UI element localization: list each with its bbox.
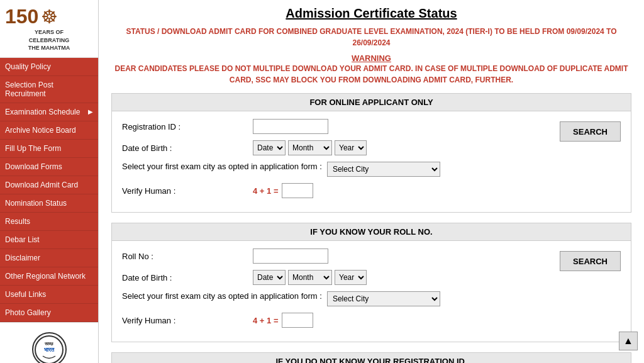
- dob-month-s2[interactable]: Month: [288, 270, 332, 285]
- sidebar-item-label: Examination Schedule: [5, 108, 80, 116]
- sidebar-item-9[interactable]: Debar List: [0, 231, 98, 249]
- warning-box: WARNING DEAR CANDIDATES PLEASE DO NOT MU…: [111, 53, 631, 86]
- section3-header: IF YOU DO NOT KNOW YOUR REGISTRATION ID.: [112, 353, 631, 363]
- sidebar-item-label: Quality Policy: [5, 62, 51, 71]
- section-roll-no: IF YOU KNOW YOUR ROLL NO. Roll No : Date…: [111, 223, 631, 342]
- sidebar-item-7[interactable]: Nomination Status: [0, 194, 98, 213]
- roll-no-input[interactable]: [253, 249, 328, 264]
- status-notice: STATUS / DOWNLOAD ADMIT CARD FOR COMBINE…: [111, 26, 631, 48]
- section-no-reg-id: IF YOU DO NOT KNOW YOUR REGISTRATION ID.…: [111, 352, 631, 363]
- registration-id-input[interactable]: [253, 119, 328, 134]
- dob-group-s2: Date Month Year: [253, 270, 367, 285]
- dob-label-s2: Date of Birth :: [122, 273, 248, 282]
- sidebar-item-label: Useful Links: [5, 290, 46, 299]
- captcha-group-s1: 4 + 1 =: [253, 183, 313, 198]
- scroll-top-button[interactable]: ▲: [619, 332, 638, 350]
- sidebar-item-label: Selection Post Recruitment: [5, 81, 93, 98]
- sidebar-item-label: Archive Notice Board: [5, 126, 76, 135]
- verify-label-s2: Verify Human :: [122, 316, 248, 325]
- dob-year-s1[interactable]: Year: [335, 140, 367, 155]
- warning-text: DEAR CANDIDATES PLEASE DO NOT MULTIPLE D…: [111, 63, 631, 86]
- city-label-s1: Select your first exam city as opted in …: [122, 162, 322, 171]
- sidebar-item-10[interactable]: Disclaimer: [0, 249, 98, 267]
- sidebar-item-label: Download Admit Card: [5, 181, 78, 189]
- logo-number: 150: [5, 5, 38, 28]
- svg-text:स्वच्छ: स्वच्छ: [44, 342, 53, 346]
- sidebar-footer: स्वच्छ भारत एक कदम स्वच्छता की ओर: [0, 322, 98, 363]
- dob-group-s1: Date Month Year: [253, 140, 367, 155]
- section-online-applicant: FOR ONLINE APPLICANT ONLY Registration I…: [111, 93, 631, 213]
- captcha-text-s2: 4 + 1 =: [253, 316, 278, 325]
- sidebar-logo: 150 ☸ YEARS OFCELEBRATINGTHE MAHATMA: [0, 0, 98, 58]
- sidebar-item-label: Results: [5, 217, 30, 226]
- swachh-logo: स्वच्छ भारत: [32, 332, 67, 363]
- sidebar-item-label: Fill Up The Form: [5, 144, 61, 153]
- section1-header: FOR ONLINE APPLICANT ONLY: [112, 94, 631, 111]
- dob-date-s2[interactable]: Date: [253, 270, 286, 285]
- sidebar-item-label: Debar List: [5, 235, 40, 244]
- roll-label: Roll No :: [122, 252, 248, 261]
- sidebar-item-2[interactable]: Examination Schedule▶: [0, 103, 98, 121]
- warning-title: WARNING: [111, 53, 631, 63]
- captcha-text-s1: 4 + 1 =: [253, 186, 278, 196]
- captcha-group-s2: 4 + 1 =: [253, 313, 313, 328]
- search-button-s2[interactable]: SEARCH: [560, 251, 621, 271]
- sidebar-item-6[interactable]: Download Admit Card: [0, 176, 98, 194]
- sidebar-item-8[interactable]: Results: [0, 213, 98, 231]
- sidebar-item-label: Nomination Status: [5, 199, 67, 208]
- page-title: Admission Certificate Status: [111, 6, 631, 21]
- sidebar-item-1[interactable]: Selection Post Recruitment: [0, 76, 98, 103]
- captcha-input-s2[interactable]: [282, 313, 313, 328]
- svg-text:भारत: भारत: [44, 347, 55, 353]
- verify-label-s1: Verify Human :: [122, 186, 248, 196]
- sidebar-arrow-icon: ▶: [88, 108, 93, 115]
- dob-label-s1: Date of Birth :: [122, 143, 248, 153]
- logo-tagline: YEARS OFCELEBRATINGTHE MAHATMA: [5, 28, 93, 52]
- sidebar-item-5[interactable]: Download Forms: [0, 158, 98, 176]
- dob-date-s1[interactable]: Date: [253, 140, 286, 155]
- sidebar: 150 ☸ YEARS OFCELEBRATINGTHE MAHATMA Qua…: [0, 0, 99, 363]
- sidebar-nav: Quality PolicySelection Post Recruitment…: [0, 58, 98, 322]
- sidebar-item-label: Disclaimer: [5, 254, 40, 262]
- dob-year-s2[interactable]: Year: [335, 270, 367, 285]
- sidebar-item-11[interactable]: Other Regional Network: [0, 267, 98, 286]
- sidebar-item-label: Other Regional Network: [5, 272, 86, 281]
- logo-wheel: ☸: [41, 6, 58, 28]
- sidebar-item-0[interactable]: Quality Policy: [0, 58, 98, 76]
- city-select-s1[interactable]: Select City: [327, 162, 440, 177]
- dob-month-s1[interactable]: Month: [288, 140, 332, 155]
- section2-header: IF YOU KNOW YOUR ROLL NO.: [112, 223, 631, 241]
- search-button-s1[interactable]: SEARCH: [560, 121, 621, 142]
- sidebar-item-12[interactable]: Useful Links: [0, 286, 98, 304]
- sidebar-item-label: Photo Gallery: [5, 308, 51, 317]
- city-select-s2[interactable]: Select City: [327, 291, 440, 306]
- sidebar-item-4[interactable]: Fill Up The Form: [0, 140, 98, 158]
- city-label-s2: Select your first exam city as opted in …: [122, 291, 322, 301]
- captcha-input-s1[interactable]: [282, 183, 313, 198]
- sidebar-item-label: Download Forms: [5, 162, 62, 171]
- reg-id-label: Registration ID :: [122, 122, 248, 131]
- sidebar-item-3[interactable]: Archive Notice Board: [0, 121, 98, 140]
- sidebar-item-13[interactable]: Photo Gallery: [0, 304, 98, 322]
- main-content: Admission Certificate Status STATUS / DO…: [99, 0, 644, 363]
